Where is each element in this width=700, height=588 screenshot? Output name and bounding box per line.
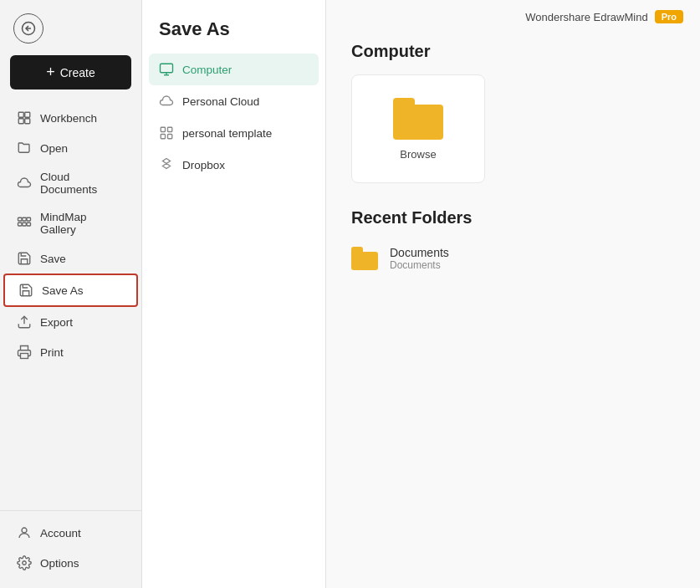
computer-icon <box>159 62 174 77</box>
options-label: Options <box>40 557 79 570</box>
sidebar-item-open[interactable]: Open <box>3 133 138 163</box>
sidebar: + Create Workbench Open <box>0 0 142 588</box>
svg-rect-7 <box>23 217 27 221</box>
sidebar-item-print[interactable]: Print <box>3 337 138 367</box>
plus-icon: + <box>46 64 55 81</box>
create-label: Create <box>60 66 95 79</box>
print-label: Print <box>40 346 64 359</box>
browse-folder-icon <box>393 98 443 140</box>
svg-rect-8 <box>27 217 31 221</box>
browse-label: Browse <box>400 148 436 161</box>
sidebar-nav: Workbench Open Cloud Documents <box>0 100 141 510</box>
recent-item-path: Documents <box>390 259 449 271</box>
account-label: Account <box>40 527 81 539</box>
export-icon <box>17 314 32 330</box>
content-area: Computer Browse Recent Folders Documents… <box>326 33 700 301</box>
sidebar-item-account[interactable]: Account <box>3 518 138 548</box>
svg-rect-4 <box>18 119 23 124</box>
sidebar-item-mindmap-gallery[interactable]: MindMap Gallery <box>3 203 138 243</box>
svg-rect-22 <box>168 135 172 139</box>
export-label: Export <box>40 316 73 329</box>
brand-name: Wondershare EdrawMind <box>525 11 647 23</box>
middle-nav-item-personal-template[interactable]: personal template <box>149 117 319 149</box>
personal-cloud-icon <box>159 94 174 109</box>
sidebar-bottom: Account Options <box>0 510 141 588</box>
save-icon <box>17 251 32 266</box>
recent-item[interactable]: Documents Documents <box>351 241 675 276</box>
recent-item-name: Documents <box>390 246 449 259</box>
sidebar-item-save[interactable]: Save <box>3 243 138 274</box>
cloud-documents-label: Cloud Documents <box>40 171 125 196</box>
svg-rect-10 <box>23 222 27 226</box>
cloud-documents-icon <box>17 176 32 191</box>
workbench-label: Workbench <box>40 112 97 125</box>
mindmap-gallery-icon <box>17 216 32 231</box>
dropbox-icon <box>159 157 174 172</box>
workbench-icon <box>17 110 32 125</box>
middle-nav-item-personal-cloud[interactable]: Personal Cloud <box>149 85 319 117</box>
computer-label: Computer <box>182 64 232 76</box>
sidebar-item-save-as[interactable]: Save As <box>3 274 138 307</box>
dropbox-label: Dropbox <box>182 159 225 171</box>
back-button[interactable] <box>13 13 43 43</box>
open-icon <box>17 141 32 156</box>
svg-rect-21 <box>161 135 165 139</box>
recent-folder-icon <box>351 247 378 270</box>
svg-rect-2 <box>18 112 23 117</box>
svg-rect-5 <box>25 119 30 124</box>
svg-rect-19 <box>161 127 165 131</box>
recent-folders-title: Recent Folders <box>351 208 675 228</box>
sidebar-back-area <box>0 0 141 50</box>
personal-cloud-label: Personal Cloud <box>182 95 259 108</box>
save-as-label: Save As <box>42 284 84 297</box>
top-bar: Wondershare EdrawMind Pro <box>326 0 700 33</box>
svg-rect-11 <box>27 222 31 226</box>
svg-rect-20 <box>168 127 172 131</box>
personal-template-label: personal template <box>182 127 272 140</box>
sidebar-item-workbench[interactable]: Workbench <box>3 103 138 133</box>
computer-section-title: Computer <box>351 42 675 61</box>
svg-point-14 <box>22 528 27 533</box>
print-icon <box>17 345 32 360</box>
create-button[interactable]: + Create <box>10 55 131 89</box>
folder-body <box>393 105 443 140</box>
svg-rect-6 <box>18 217 23 221</box>
middle-panel: Save As Computer Personal Cloud <box>142 0 326 588</box>
mindmap-gallery-label: MindMap Gallery <box>40 211 125 236</box>
personal-template-icon <box>159 125 174 141</box>
svg-rect-3 <box>25 112 30 117</box>
folder-small-body <box>351 252 378 270</box>
sidebar-item-options[interactable]: Options <box>3 548 138 578</box>
sidebar-item-export[interactable]: Export <box>3 307 138 337</box>
svg-point-15 <box>23 561 27 565</box>
open-label: Open <box>40 142 68 155</box>
pro-badge: Pro <box>655 10 683 23</box>
save-as-icon <box>18 283 33 298</box>
svg-rect-13 <box>21 354 28 359</box>
save-label: Save <box>40 253 66 265</box>
recent-info: Documents Documents <box>390 246 449 271</box>
svg-rect-9 <box>18 222 23 226</box>
middle-nav: Computer Personal Cloud personal templa <box>142 54 325 181</box>
account-icon <box>17 525 32 540</box>
main-content: Wondershare EdrawMind Pro Computer Brows… <box>326 0 700 588</box>
middle-header-title: Save As <box>142 0 325 54</box>
sidebar-item-cloud-documents[interactable]: Cloud Documents <box>3 163 138 203</box>
middle-nav-item-dropbox[interactable]: Dropbox <box>149 149 319 181</box>
options-icon <box>17 555 32 570</box>
middle-nav-item-computer[interactable]: Computer <box>149 54 319 85</box>
svg-rect-16 <box>161 64 173 73</box>
browse-card[interactable]: Browse <box>351 74 485 183</box>
